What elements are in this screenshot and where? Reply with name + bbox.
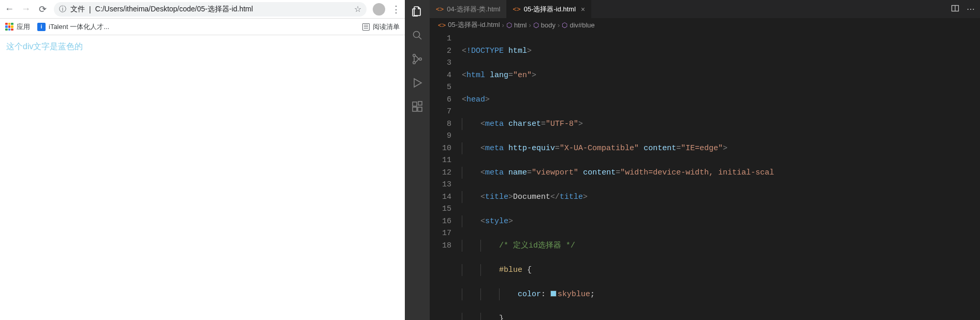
bookmark-label: iTalent 一体化人才...	[49, 22, 109, 32]
browser-panel: ← → ⟳ ⓘ 文件 | C:/Users/itheima/Desktop/co…	[0, 0, 405, 320]
reading-list-label: 阅读清单	[373, 22, 400, 32]
breadcrumb-item[interactable]: body	[541, 21, 555, 29]
activity-bar	[405, 0, 430, 320]
back-button[interactable]: ←	[4, 4, 14, 14]
close-icon[interactable]: ×	[581, 5, 585, 13]
forward-button[interactable]: →	[21, 4, 31, 14]
split-editor-icon[interactable]	[951, 4, 959, 14]
file-icon: ⓘ	[59, 5, 66, 14]
browser-menu-icon[interactable]: ⋮	[391, 4, 401, 15]
svg-point-4	[419, 58, 422, 61]
svg-point-0	[414, 32, 420, 38]
page-content: 这个div文字是蓝色的	[0, 35, 405, 59]
tab-04[interactable]: <> 04-选择器-类.html	[430, 0, 506, 18]
file-icon: <>	[438, 21, 446, 29]
editor-tabs: <> 04-选择器-类.html <> 05-选择器-id.html × ⋯	[430, 0, 980, 18]
vscode-panel: <> 04-选择器-类.html <> 05-选择器-id.html × ⋯ <…	[405, 0, 980, 320]
symbol-icon: ⬡	[533, 21, 539, 29]
line-gutter: 123456789101112131415161718	[430, 32, 462, 320]
bookmark-favicon: i	[37, 23, 46, 31]
code-content[interactable]: <!DOCTYPE html> <html lang="en"> <head> …	[462, 32, 980, 320]
chevron-right-icon: ›	[529, 21, 531, 29]
extensions-icon[interactable]	[410, 99, 425, 114]
apps-label: 应用	[17, 22, 30, 32]
breadcrumbs[interactable]: <> 05-选择器-id.html › ⬡ html › ⬡ body › ⬡ …	[430, 18, 980, 32]
explorer-icon[interactable]	[410, 4, 425, 19]
chevron-right-icon: ›	[558, 21, 560, 29]
svg-rect-5	[413, 102, 417, 106]
blue-div-text: 这个div文字是蓝色的	[6, 41, 399, 52]
source-control-icon[interactable]	[410, 52, 425, 66]
run-debug-icon[interactable]	[410, 76, 425, 90]
bookmarks-bar: 应用 i iTalent 一体化人才... 阅读清单	[0, 19, 405, 35]
reading-list-icon	[362, 23, 370, 31]
tab-label: 05-选择器-id.html	[524, 5, 576, 14]
color-swatch	[550, 290, 557, 297]
breadcrumb-item[interactable]: html	[514, 21, 527, 29]
symbol-icon: ⬡	[506, 21, 512, 29]
address-prefix: 文件	[70, 5, 85, 14]
html-file-icon: <>	[436, 5, 444, 13]
address-bar[interactable]: ⓘ 文件 | C:/Users/itheima/Desktop/code/05-…	[54, 2, 367, 17]
html-file-icon: <>	[513, 5, 520, 13]
svg-rect-7	[418, 107, 422, 111]
browser-toolbar: ← → ⟳ ⓘ 文件 | C:/Users/itheima/Desktop/co…	[0, 0, 405, 19]
svg-rect-8	[418, 101, 422, 105]
chevron-right-icon: ›	[502, 21, 504, 29]
profile-avatar[interactable]	[373, 3, 385, 16]
breadcrumb-item[interactable]: 05-选择器-id.html	[448, 20, 500, 30]
svg-point-2	[413, 54, 416, 57]
more-actions-icon[interactable]: ⋯	[967, 4, 975, 14]
tab-label: 04-选择器-类.html	[447, 5, 500, 14]
bookmark-item[interactable]: i iTalent 一体化人才...	[37, 22, 109, 32]
reading-list-button[interactable]: 阅读清单	[362, 22, 400, 32]
breadcrumb-item[interactable]: div#blue	[569, 21, 594, 29]
symbol-icon: ⬡	[562, 21, 567, 29]
apps-grid-icon	[5, 23, 13, 31]
svg-line-1	[419, 37, 421, 39]
search-icon[interactable]	[410, 28, 425, 42]
editor-area: <> 04-选择器-类.html <> 05-选择器-id.html × ⋯ <…	[430, 0, 980, 320]
code-editor[interactable]: 123456789101112131415161718 <!DOCTYPE ht…	[430, 32, 980, 320]
svg-point-3	[413, 62, 416, 64]
tab-actions: ⋯	[946, 0, 980, 18]
address-text: C:/Users/itheima/Desktop/code/05-选择器-id.…	[95, 5, 350, 14]
bookmark-star-icon[interactable]: ☆	[354, 4, 361, 14]
tab-05[interactable]: <> 05-选择器-id.html ×	[506, 0, 591, 18]
svg-rect-6	[413, 107, 417, 111]
reload-button[interactable]: ⟳	[37, 4, 48, 14]
apps-shortcut[interactable]: 应用	[5, 22, 30, 32]
